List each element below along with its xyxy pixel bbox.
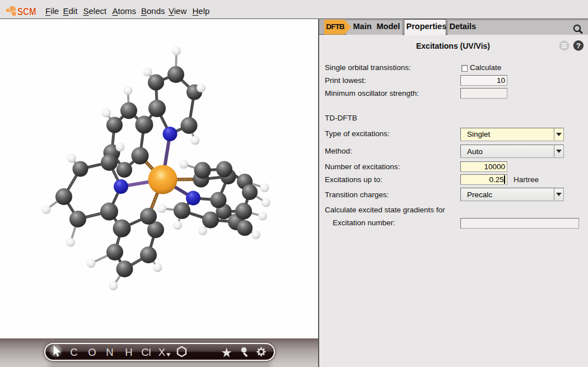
svg-text:C: C xyxy=(70,346,77,358)
svg-text:X: X xyxy=(158,346,165,358)
svg-text:O: O xyxy=(88,346,96,358)
svg-text:H: H xyxy=(125,346,132,358)
svg-text:Cl: Cl xyxy=(141,346,151,358)
svg-text:N: N xyxy=(106,346,113,358)
svg-text:SCM: SCM xyxy=(17,6,36,17)
svg-text:?: ? xyxy=(576,41,580,50)
